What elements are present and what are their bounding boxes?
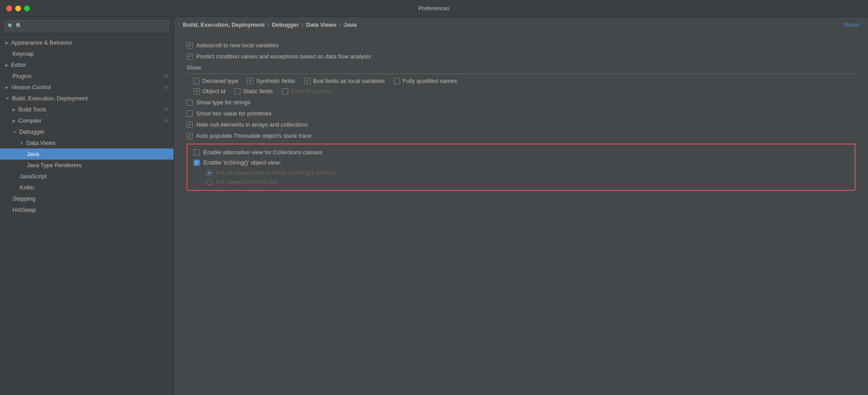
sidebar-item-label: JavaScript <box>20 173 47 180</box>
sidebar-item-build-execution[interactable]: ▼ Build, Execution, Deployment <box>0 93 174 104</box>
radio-from-list[interactable] <box>206 179 212 185</box>
sidebar-item-data-views[interactable]: ▼ Data Views <box>0 137 174 148</box>
reset-button[interactable]: Reset <box>844 21 859 28</box>
title-bar: Preferences <box>0 0 868 17</box>
sidebar-badge: ⊞ <box>164 107 168 112</box>
sidebar-item-label: Kotlin <box>20 184 34 191</box>
fully-qualified-checkbox[interactable] <box>394 78 400 84</box>
fully-qualified-label: Fully qualified names <box>403 78 457 84</box>
show-hex-row: Show hex value for primitives <box>186 110 856 117</box>
radio-from-list-label: For classes from the list: <box>216 179 279 185</box>
breadcrumb: Build, Execution, Deployment › Debugger … <box>183 21 356 28</box>
sidebar-badge: ⊞ <box>164 84 168 90</box>
sidebar-item-label: Plugins <box>12 73 32 79</box>
sidebar-item-label: Build, Execution, Deployment <box>12 95 88 102</box>
static-fields-item: Static fields <box>234 88 273 95</box>
chevron-down-icon: ▼ <box>5 96 9 101</box>
sidebar-item-compiler[interactable]: ▶ Compiler ⊞ <box>0 115 174 126</box>
sidebar-item-label: Data Views <box>26 140 56 146</box>
sidebar-item-label: Debugger <box>19 128 45 135</box>
sidebar-item-label: Editor <box>11 62 26 68</box>
breadcrumb-part-4: Java <box>344 21 357 28</box>
sidebar-badge: ⊞ <box>164 73 168 79</box>
sidebar-item-label: Java Type Renderers <box>27 162 82 169</box>
chevron-right-icon: ▶ <box>12 119 16 123</box>
declared-type-label: Declared type <box>203 78 238 84</box>
sidebar-item-debugger[interactable]: ▼ Debugger <box>0 126 174 137</box>
radio-from-list-row: For classes from the list: <box>206 179 848 185</box>
hide-null-label: Hide null elements in arrays and collect… <box>196 121 308 128</box>
hide-null-checkbox[interactable] <box>186 122 193 128</box>
traffic-lights <box>6 5 30 11</box>
show-label: Show <box>186 64 856 71</box>
enable-alt-checkbox[interactable] <box>194 149 200 156</box>
sidebar-item-stepping[interactable]: Stepping <box>0 193 174 204</box>
object-id-checkbox[interactable] <box>194 88 200 95</box>
chevron-right-icon: ▶ <box>5 85 8 90</box>
show-type-strings-row: Show type for strings <box>186 99 856 106</box>
static-final-fields-label: Static final fields <box>291 88 333 95</box>
sidebar-item-java-type-renderers[interactable]: Java Type Renderers <box>0 160 174 171</box>
radio-all-classes[interactable] <box>206 170 212 176</box>
zoom-button[interactable] <box>24 5 30 11</box>
enable-alt-label: Enable alternative view for Collections … <box>203 149 322 156</box>
enable-tostring-checkbox[interactable] <box>194 160 200 166</box>
breadcrumb-part-3: Data Views <box>306 21 336 28</box>
autoscroll-checkbox[interactable] <box>186 42 193 49</box>
show-options: Declared type Synthetic fields $val fiel… <box>186 74 856 95</box>
sidebar-item-label: Build Tools <box>18 106 46 113</box>
autoscroll-label: Autoscroll to new local variables <box>196 42 279 49</box>
sidebar-item-editor[interactable]: ▶ Editor <box>0 59 174 70</box>
val-fields-checkbox[interactable] <box>304 78 310 84</box>
sidebar-item-java[interactable]: Java <box>0 148 174 160</box>
radio-group: For all classes that override 'toString(… <box>194 169 848 185</box>
close-button[interactable] <box>6 5 12 11</box>
object-id-label: Object id <box>203 88 225 95</box>
enable-tostring-row: Enable 'toString()' object view: <box>194 159 848 166</box>
sidebar: 🔍 ▶ Appearance & Behavior Keymap ▶ Edito… <box>0 17 174 395</box>
sidebar-badge: ⊞ <box>164 118 168 123</box>
sidebar-item-label: Version Control <box>11 84 51 91</box>
sidebar-item-hotswap[interactable]: HotSwap <box>0 204 174 215</box>
sidebar-item-plugins[interactable]: Plugins ⊞ <box>0 70 174 82</box>
static-fields-label: Static fields <box>243 88 273 95</box>
sidebar-item-javascript[interactable]: JavaScript <box>0 171 174 182</box>
sidebar-item-keymap[interactable]: Keymap <box>0 48 174 59</box>
radio-all-classes-row: For all classes that override 'toString(… <box>206 169 848 176</box>
show-type-strings-checkbox[interactable] <box>186 99 193 106</box>
sidebar-item-label: Java <box>27 151 39 157</box>
sidebar-item-label: Appearance & Behavior <box>11 39 72 46</box>
sidebar-item-version-control[interactable]: ▶ Version Control ⊞ <box>0 82 174 93</box>
show-hex-checkbox[interactable] <box>186 111 193 117</box>
synthetic-fields-checkbox[interactable] <box>247 78 253 84</box>
synthetic-fields-item: Synthetic fields <box>247 78 295 84</box>
static-final-fields-item: Static final fields <box>282 88 333 95</box>
static-fields-checkbox[interactable] <box>234 88 240 95</box>
nav-list: ▶ Appearance & Behavior Keymap ▶ Editor … <box>0 35 174 395</box>
chevron-right-icon: ▶ <box>12 107 16 112</box>
predict-label: Predict condition values and exceptions … <box>196 53 371 60</box>
breadcrumb-sep-1: › <box>267 22 269 28</box>
show-row-2: Object id Static fields Static final fie… <box>194 88 856 95</box>
static-final-fields-checkbox[interactable] <box>282 88 288 95</box>
predict-checkbox[interactable] <box>186 53 193 60</box>
breadcrumb-part-2: Debugger <box>272 21 299 28</box>
minimize-button[interactable] <box>15 5 21 11</box>
autoscroll-row: Autoscroll to new local variables <box>186 42 856 49</box>
sidebar-item-appearance[interactable]: ▶ Appearance & Behavior <box>0 37 174 48</box>
chevron-down-icon: ▼ <box>20 141 24 145</box>
chevron-down-icon: ▼ <box>12 130 17 134</box>
synthetic-fields-label: Synthetic fields <box>256 78 295 84</box>
declared-type-checkbox[interactable] <box>194 78 200 84</box>
val-fields-label: $val fields as local variables <box>313 78 385 84</box>
declared-type-item: Declared type <box>194 78 238 84</box>
sidebar-item-label: Stepping <box>12 195 35 202</box>
enable-tostring-label: Enable 'toString()' object view: <box>203 159 281 166</box>
search-input[interactable] <box>4 21 169 31</box>
sidebar-item-build-tools[interactable]: ▶ Build Tools ⊞ <box>0 104 174 115</box>
show-row-1: Declared type Synthetic fields $val fiel… <box>194 78 856 84</box>
sidebar-item-kotlin[interactable]: Kotlin <box>0 182 174 193</box>
breadcrumb-sep-2: › <box>302 22 303 28</box>
auto-populate-checkbox[interactable] <box>186 133 193 139</box>
sidebar-item-label: HotSwap <box>12 206 36 213</box>
